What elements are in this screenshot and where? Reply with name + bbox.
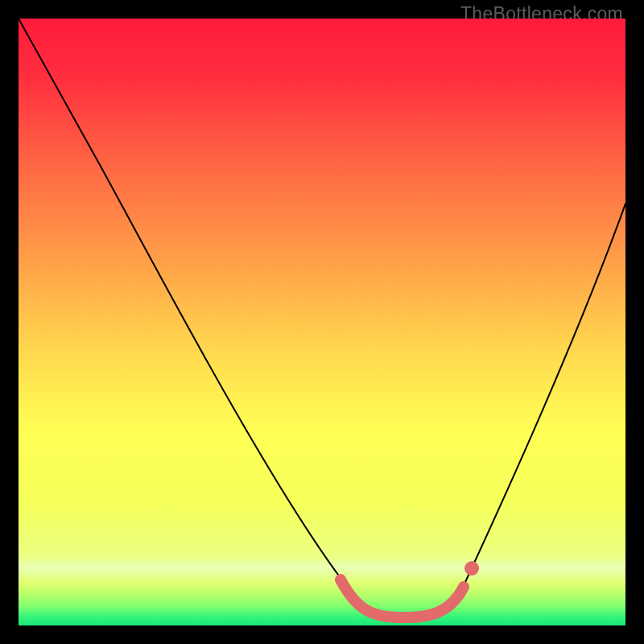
series-dot: [464, 561, 479, 576]
plot-frame: [19, 19, 625, 625]
gradient-background: [19, 19, 625, 625]
plot-svg: [19, 19, 625, 625]
